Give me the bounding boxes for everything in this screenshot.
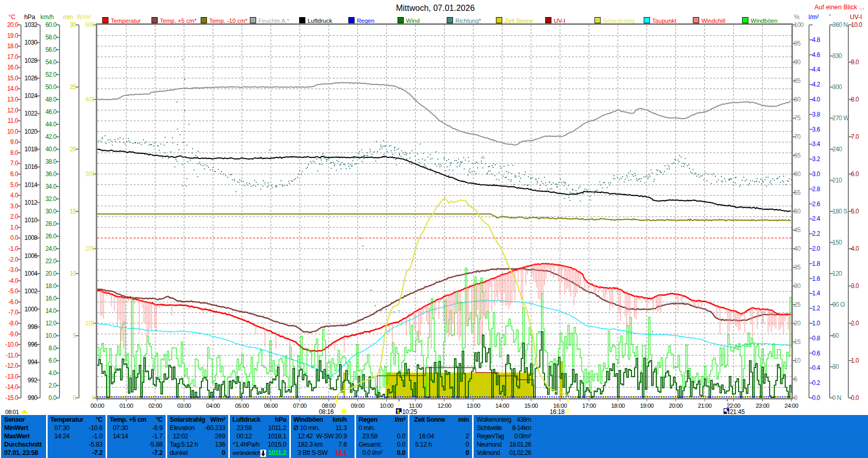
svg-text:°C: °C	[156, 416, 163, 423]
svg-text:26.0: 26.0	[46, 233, 57, 240]
svg-text:13.0: 13.0	[7, 96, 19, 103]
svg-text:7.0: 7.0	[851, 133, 859, 140]
svg-text:Wolkenunterg: Wolkenunterg	[477, 416, 511, 423]
svg-text:0: 0	[92, 394, 95, 402]
svg-text:36.0: 36.0	[46, 170, 57, 178]
svg-text:2.0: 2.0	[812, 245, 820, 252]
svg-text:0.2: 0.2	[812, 379, 820, 387]
svg-text:3.4: 3.4	[812, 140, 820, 148]
svg-text:54.0: 54.0	[46, 59, 57, 66]
svg-text:-60.233: -60.233	[204, 424, 225, 432]
svg-text:52.0: 52.0	[46, 71, 57, 78]
svg-text:85: 85	[794, 77, 801, 84]
svg-text:14:14: 14:14	[113, 433, 128, 440]
svg-text:55: 55	[794, 189, 801, 196]
svg-text:5.0: 5.0	[10, 181, 19, 189]
svg-text:dunkel: dunkel	[170, 449, 187, 456]
svg-text:10:00: 10:00	[380, 403, 393, 409]
svg-text:-3.0: -3.0	[8, 266, 19, 274]
svg-text:01:00: 01:00	[120, 403, 133, 409]
svg-text:1002: 1002	[24, 288, 38, 295]
svg-text:-7.0: -7.0	[8, 309, 19, 316]
svg-text:07:00: 07:00	[293, 403, 306, 409]
svg-text:-14.0: -14.0	[5, 383, 19, 391]
svg-text:23:00: 23:00	[756, 403, 769, 409]
svg-text:0.0: 0.0	[397, 433, 406, 440]
svg-text:330: 330	[832, 52, 842, 60]
svg-text:990: 990	[27, 394, 37, 402]
svg-text:48.0: 48.0	[46, 96, 57, 103]
svg-text:10.0: 10.0	[46, 332, 57, 339]
svg-text:17:00: 17:00	[582, 403, 596, 409]
svg-text:18.0: 18.0	[46, 282, 57, 290]
svg-text:0: 0	[794, 394, 798, 402]
svg-text:6.0: 6.0	[10, 170, 19, 178]
svg-text:1026: 1026	[24, 75, 38, 82]
svg-text:1032: 1032	[24, 21, 38, 28]
svg-text:42.0: 42.0	[46, 133, 57, 140]
svg-text:Feuchte A.*: Feuchte A.*	[258, 18, 289, 24]
svg-text:0.4: 0.4	[812, 364, 820, 371]
svg-text:23:58: 23:58	[237, 424, 252, 432]
svg-text:Durchschnitt: Durchschnitt	[4, 441, 42, 448]
svg-text:veränderlich: veränderlich	[232, 450, 261, 456]
svg-text:46.0: 46.0	[46, 108, 57, 116]
svg-text:21:00: 21:00	[698, 403, 711, 409]
svg-text:2.0: 2.0	[49, 382, 57, 389]
svg-text:13:00: 13:00	[466, 403, 480, 409]
svg-text:10: 10	[70, 270, 77, 277]
svg-text:9.0: 9.0	[10, 138, 19, 146]
svg-text:10: 10	[794, 357, 801, 364]
svg-text:3.0: 3.0	[10, 203, 19, 210]
svg-text:1030: 1030	[24, 39, 38, 46]
svg-text:-1.7: -1.7	[152, 433, 163, 440]
svg-text:5:12 h: 5:12 h	[415, 441, 432, 448]
svg-text:0.0l/m²: 0.0l/m²	[514, 433, 532, 440]
svg-text:5: 5	[73, 332, 77, 339]
svg-text:1.4: 1.4	[812, 290, 820, 297]
svg-text:Sichtweite: Sichtweite	[477, 424, 503, 432]
svg-text:14:00: 14:00	[495, 403, 509, 409]
svg-text:400: 400	[85, 96, 95, 103]
svg-text:0.0: 0.0	[49, 394, 57, 402]
svg-text:1004: 1004	[24, 270, 38, 277]
svg-text:W/m²: W/m²	[210, 416, 225, 423]
svg-text:4.8: 4.8	[812, 36, 820, 44]
svg-text:180 S: 180 S	[832, 208, 847, 215]
svg-text:95: 95	[794, 40, 801, 47]
svg-text:60.0: 60.0	[46, 21, 57, 28]
svg-text:Temp. +5 cm: Temp. +5 cm	[110, 416, 146, 423]
svg-text:1000: 1000	[24, 306, 38, 313]
svg-text:18:00: 18:00	[611, 403, 625, 409]
svg-text:80: 80	[794, 96, 801, 103]
svg-text:07:30: 07:30	[113, 424, 128, 432]
svg-text:1018: 1018	[24, 146, 38, 153]
svg-text:Temp. +5 cm*: Temp. +5 cm*	[160, 18, 197, 24]
svg-text:90: 90	[794, 59, 801, 66]
svg-text:8.0: 8.0	[10, 149, 19, 156]
svg-text:100: 100	[85, 320, 95, 327]
svg-text:200: 200	[85, 245, 95, 252]
svg-text:-5.0: -5.0	[8, 288, 19, 295]
svg-text:1.6: 1.6	[812, 275, 820, 282]
svg-text:Windböen: Windböen	[751, 18, 777, 24]
svg-text:Auf einen Blick ...: Auf einen Blick ...	[814, 4, 864, 11]
svg-text:-15.0: -15.0	[5, 394, 19, 402]
svg-text:l/m²: l/m²	[394, 416, 405, 423]
svg-text:2.2: 2.2	[812, 230, 820, 237]
svg-text:1028: 1028	[24, 57, 38, 64]
svg-text:UV-I: UV-I	[554, 18, 565, 24]
svg-text:18.01.26: 18.01.26	[509, 441, 532, 448]
svg-text:14:24: 14:24	[54, 433, 70, 440]
svg-text:18.0: 18.0	[7, 42, 19, 50]
svg-text:-13.0: -13.0	[5, 373, 19, 380]
svg-text:min: min	[63, 13, 73, 21]
svg-text:06:00: 06:00	[264, 403, 277, 409]
svg-text:5.0: 5.0	[851, 208, 859, 215]
svg-text:°C: °C	[96, 416, 103, 423]
svg-text:10.0: 10.0	[7, 128, 19, 135]
svg-text:Zeit Sonne: Zeit Sonne	[414, 416, 445, 423]
svg-text:Regen: Regen	[357, 18, 375, 24]
svg-text:00:00: 00:00	[91, 403, 104, 409]
svg-text:3.0: 3.0	[812, 170, 820, 178]
